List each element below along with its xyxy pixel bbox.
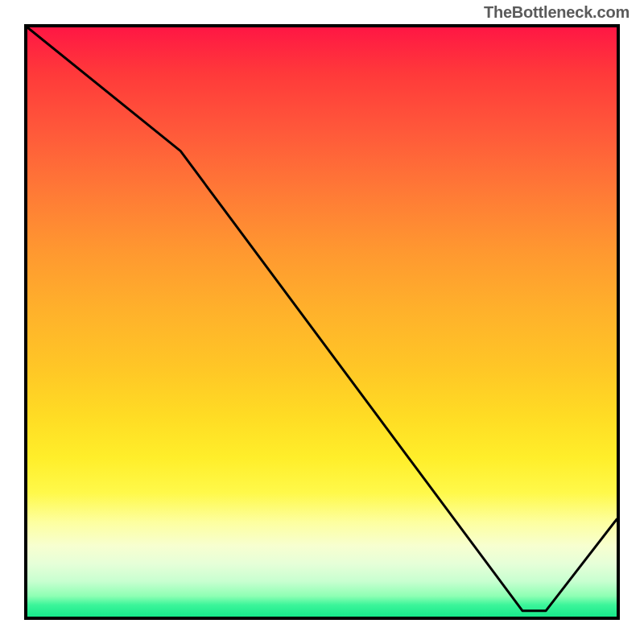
plot-area [24, 24, 620, 620]
bottleneck-line [27, 27, 617, 617]
attribution-label: TheBottleneck.com [484, 3, 630, 22]
chart-container: TheBottleneck.com [0, 0, 644, 644]
